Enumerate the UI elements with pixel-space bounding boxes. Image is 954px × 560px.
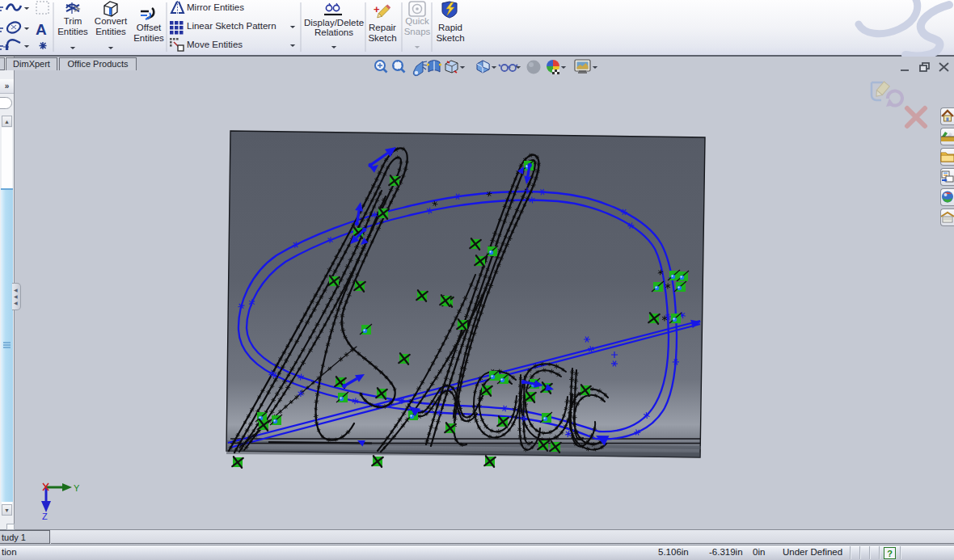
svg-text:Mirror Entities: Mirror Entities [187, 2, 244, 12]
svg-text:Sketch: Sketch [368, 33, 396, 43]
svg-text:Rapid: Rapid [438, 23, 462, 32]
svg-text:Y: Y [74, 483, 80, 493]
svg-text:Entities: Entities [95, 27, 126, 36]
svg-text:Sketch: Sketch [436, 33, 464, 43]
svg-text:Display/Delete: Display/Delete [304, 18, 364, 27]
svg-text:Trim: Trim [64, 16, 82, 26]
svg-text:Z: Z [42, 512, 48, 521]
svg-text:Entities: Entities [57, 27, 88, 36]
svg-text:Repair: Repair [369, 23, 396, 32]
svg-text:Relations: Relations [314, 27, 353, 37]
svg-text:A: A [36, 21, 47, 38]
svg-text:Linear Sketch Pattern: Linear Sketch Pattern [187, 21, 276, 31]
svg-text:Quick: Quick [405, 16, 429, 26]
svg-text:Snaps: Snaps [404, 27, 431, 36]
svg-text:Entities: Entities [133, 33, 164, 43]
svg-text:Offset: Offset [137, 23, 162, 32]
svg-text:Convert: Convert [95, 16, 128, 26]
svg-text:Move Entities: Move Entities [187, 40, 243, 49]
